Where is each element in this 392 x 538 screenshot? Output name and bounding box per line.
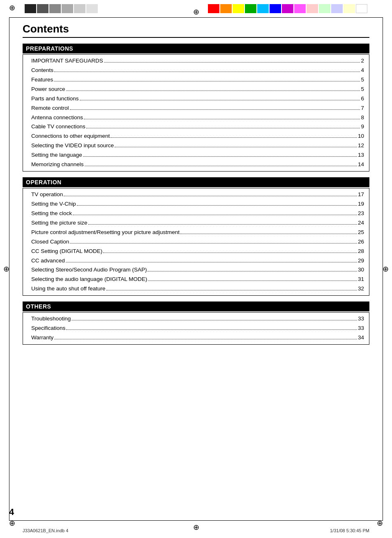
- toc-entry: Remote control 7: [23, 104, 369, 113]
- toc-page: 34: [358, 334, 364, 342]
- color-block: [294, 4, 306, 13]
- toc-text: Picture control adjustment/Resetting you…: [31, 228, 180, 237]
- toc-text: Cable TV connections: [31, 123, 85, 131]
- toc-entry: Setting the clock 23: [23, 209, 369, 218]
- toc-text: TV operation: [31, 190, 63, 199]
- toc-entry: Selecting the audio language (DIGITAL MO…: [23, 275, 369, 284]
- toc-text: Warranty: [31, 334, 53, 342]
- crosshair-mid-left: ⊕: [3, 264, 9, 274]
- toc-text: Selecting the VIDEO input source: [31, 141, 114, 150]
- toc-entry: Specifications 33: [23, 324, 369, 333]
- toc-dots: [73, 215, 357, 215]
- toc-entry: Selecting Stereo/Second Audio Program (S…: [23, 265, 369, 275]
- toc-dots: [77, 205, 357, 206]
- toc-text: Selecting Stereo/Second Audio Program (S…: [31, 266, 147, 274]
- toc-entry: CC advanced 29: [23, 256, 369, 266]
- toc-page: 33: [358, 324, 364, 333]
- section-preparations: PREPARATIONS IMPORTANT SAFEGUARDS 2 Cont…: [23, 44, 369, 172]
- toc-dots: [106, 290, 357, 290]
- section-header-operation: OPERATION: [23, 177, 369, 187]
- color-block: [25, 4, 36, 13]
- color-block: [74, 4, 85, 13]
- toc-entry: Setting the V-Chip 19: [23, 199, 369, 209]
- toc-dots: [180, 234, 357, 234]
- toc-entry: Setting the language 13: [23, 151, 369, 160]
- toc-page: 14: [358, 160, 364, 169]
- toc-page: 24: [358, 219, 364, 227]
- toc-text: CC Setting (DIGITAL MODE): [31, 247, 102, 256]
- toc-entry: Features 5: [23, 75, 369, 85]
- crosshair-bottom-left: ⊕: [9, 519, 15, 528]
- toc-section-preparations: IMPORTANT SAFEGUARDS 2 Contents 4 Featur…: [23, 54, 369, 172]
- toc-dots: [115, 147, 357, 147]
- toc-text: Contents: [31, 66, 53, 75]
- toc-dots: [148, 271, 357, 271]
- toc-entry: CC Setting (DIGITAL MODE) 28: [23, 247, 369, 256]
- toc-page: 4: [361, 66, 364, 75]
- color-block: [233, 4, 244, 13]
- bottom-info: J33A0621B_EN.indb 4 1/31/08 5:30:45 PM: [23, 528, 369, 533]
- toc-page: 19: [358, 200, 364, 209]
- toc-text: Power source: [31, 85, 65, 94]
- toc-dots: [83, 156, 357, 157]
- toc-page: 2: [361, 57, 364, 65]
- main-content: Contents PREPARATIONS IMPORTANT SAFEGUAR…: [23, 23, 369, 515]
- toc-entry: Cable TV connections 9: [23, 122, 369, 132]
- toc-page: 29: [358, 257, 364, 265]
- toc-entry: TV operation 17: [23, 190, 369, 199]
- toc-text: Setting the clock: [31, 209, 72, 218]
- bottom-file: J33A0621B_EN.indb 4: [23, 528, 68, 533]
- color-block: [344, 4, 355, 13]
- crosshair-bottom-right: ⊕: [377, 519, 383, 528]
- toc-entry: Power source 5: [23, 85, 369, 94]
- color-block: [86, 4, 98, 13]
- toc-dots: [80, 100, 360, 100]
- color-strip-left: [25, 4, 98, 13]
- toc-page: 8: [361, 114, 364, 122]
- color-block: [208, 4, 219, 13]
- toc-dots: [148, 281, 357, 281]
- toc-dots: [66, 262, 357, 262]
- toc-entry: Closed Caption 26: [23, 237, 369, 247]
- toc-page: 32: [358, 285, 364, 293]
- toc-text: Features: [31, 76, 53, 84]
- toc-section-others: Troubleshooting 33 Specifications 33 War…: [23, 312, 369, 345]
- section-header-preparations: PREPARATIONS: [23, 44, 369, 53]
- toc-text: Setting the V-Chip: [31, 200, 76, 209]
- toc-page: 26: [358, 238, 364, 246]
- toc-dots: [54, 72, 360, 72]
- toc-dots: [54, 339, 357, 339]
- toc-entry: Connections to other equipment 10: [23, 132, 369, 141]
- toc-entry: IMPORTANT SAFEGUARDS 2: [23, 56, 369, 66]
- toc-entry: Picture control adjustment/Resetting you…: [23, 228, 369, 237]
- toc-text: IMPORTANT SAFEGUARDS: [31, 57, 103, 65]
- color-block: [270, 4, 281, 13]
- toc-page: 28: [358, 247, 364, 256]
- toc-page: 23: [358, 209, 364, 218]
- toc-text: Remote control: [31, 104, 69, 113]
- toc-section-operation: TV operation 17 Setting the V-Chip 19 Se…: [23, 188, 369, 296]
- toc-text: Parts and functions: [31, 95, 79, 103]
- color-block: [49, 4, 61, 13]
- toc-page: 33: [358, 315, 364, 323]
- color-block: [319, 4, 330, 13]
- color-block: [331, 4, 343, 13]
- toc-page: 31: [358, 275, 364, 284]
- crosshair-top-left: ⊕: [9, 3, 15, 12]
- toc-text: Antenna connections: [31, 114, 83, 122]
- toc-page: 30: [358, 266, 364, 274]
- toc-dots: [111, 137, 357, 138]
- toc-page: 6: [361, 95, 364, 103]
- toc-entry: Using the auto shut off feature 32: [23, 284, 369, 294]
- toc-dots: [103, 253, 357, 253]
- toc-text: Closed Caption: [31, 238, 69, 246]
- toc-text: Setting the language: [31, 151, 82, 160]
- toc-entry: Troubleshooting 33: [23, 314, 369, 324]
- toc-dots: [86, 128, 360, 128]
- toc-entry: Warranty 34: [23, 333, 369, 343]
- color-block: [356, 4, 367, 13]
- toc-page: 17: [358, 190, 364, 199]
- toc-page: 25: [358, 228, 364, 237]
- toc-text: Memorizing channels: [31, 160, 84, 169]
- section-operation: OPERATION TV operation 17 Setting the V-…: [23, 177, 369, 296]
